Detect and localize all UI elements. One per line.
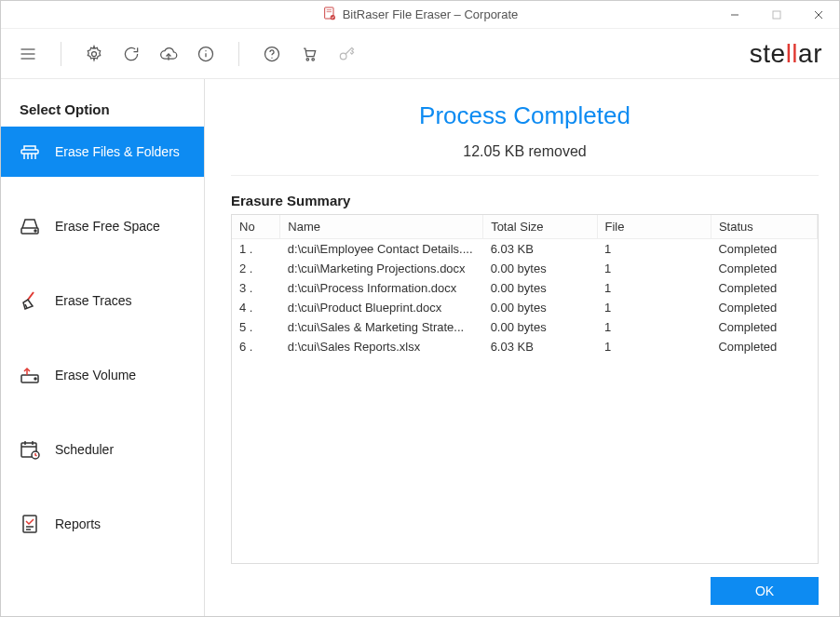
process-headline: Process Completed bbox=[231, 101, 819, 130]
svg-rect-5 bbox=[773, 11, 780, 19]
cell-file: 1 bbox=[597, 337, 711, 356]
cell-file: 1 bbox=[597, 317, 711, 337]
cell-name: d:\cui\Marketing Projections.docx bbox=[280, 259, 483, 278]
info-icon[interactable] bbox=[196, 44, 216, 64]
cell-name: d:\cui\Process Information.docx bbox=[280, 278, 483, 298]
cart-icon[interactable] bbox=[299, 44, 319, 64]
sidebar-item-label: Reports bbox=[55, 516, 101, 531]
table-row[interactable]: 6 .d:\cui\Sales Reports.xlsx6.03 KB1Comp… bbox=[232, 337, 818, 356]
report-icon bbox=[18, 512, 42, 536]
col-name[interactable]: Name bbox=[280, 215, 483, 239]
table-row[interactable]: 3 .d:\cui\Process Information.docx0.00 b… bbox=[232, 278, 818, 298]
sidebar-item-reports[interactable]: Reports bbox=[1, 499, 204, 549]
svg-line-28 bbox=[28, 292, 34, 300]
cell-no: 1 . bbox=[232, 239, 280, 260]
table-row[interactable]: 2 .d:\cui\Marketing Projections.docx0.00… bbox=[232, 259, 818, 278]
sidebar-item-erase-traces[interactable]: Erase Traces bbox=[1, 275, 204, 326]
cell-size: 6.03 KB bbox=[483, 337, 597, 356]
cell-size: 0.00 bytes bbox=[483, 259, 597, 278]
sidebar-item-erase-files-folders[interactable]: Erase Files & Folders bbox=[1, 127, 204, 177]
cell-name: d:\cui\Sales & Marketing Strate... bbox=[280, 317, 483, 337]
cell-file: 1 bbox=[597, 259, 711, 278]
cell-size: 0.00 bytes bbox=[483, 298, 597, 317]
cell-size: 6.03 KB bbox=[483, 239, 597, 260]
sidebar: Select Option Erase Files & Folders Eras… bbox=[1, 79, 205, 616]
cloud-upload-icon[interactable] bbox=[158, 44, 179, 64]
cell-size: 0.00 bytes bbox=[483, 278, 597, 298]
col-size[interactable]: Total Size bbox=[483, 215, 597, 239]
main-panel: Process Completed 12.05 KB removed Erasu… bbox=[205, 79, 839, 616]
toolbar-divider bbox=[61, 42, 61, 66]
cell-no: 3 . bbox=[232, 278, 280, 298]
col-status[interactable]: Status bbox=[711, 215, 817, 239]
app-icon bbox=[322, 6, 337, 23]
cell-status: Completed bbox=[711, 298, 817, 317]
sidebar-item-label: Scheduler bbox=[55, 442, 114, 457]
cell-name: d:\cui\Sales Reports.xlsx bbox=[280, 337, 483, 356]
cell-no: 2 . bbox=[232, 259, 280, 278]
cell-status: Completed bbox=[711, 278, 817, 298]
cell-name: d:\cui\Employee Contact Details.... bbox=[280, 239, 483, 260]
col-no[interactable]: No bbox=[232, 215, 280, 239]
cell-status: Completed bbox=[711, 239, 817, 260]
drive-icon bbox=[18, 214, 42, 238]
shredder-icon bbox=[18, 140, 42, 164]
key-icon[interactable] bbox=[336, 44, 357, 64]
window-titlebar: BitRaser File Eraser – Corporate bbox=[1, 1, 839, 29]
window-minimize[interactable] bbox=[713, 1, 755, 29]
help-icon[interactable] bbox=[262, 44, 282, 64]
refresh-icon[interactable] bbox=[121, 44, 142, 64]
svg-point-20 bbox=[340, 53, 346, 60]
sidebar-item-scheduler[interactable]: Scheduler bbox=[1, 424, 204, 475]
summary-table: No Name Total Size File Status 1 .d:\cui… bbox=[231, 214, 819, 564]
separator bbox=[231, 175, 819, 176]
title-center: BitRaser File Eraser – Corporate bbox=[127, 6, 713, 23]
sidebar-item-erase-free-space[interactable]: Erase Free Space bbox=[1, 201, 204, 251]
svg-point-17 bbox=[271, 57, 272, 58]
cell-size: 0.00 bytes bbox=[483, 317, 597, 337]
sidebar-item-label: Erase Traces bbox=[55, 293, 131, 308]
cell-file: 1 bbox=[597, 278, 711, 298]
window-maximize[interactable] bbox=[755, 1, 797, 29]
cell-file: 1 bbox=[597, 239, 711, 260]
window-close[interactable] bbox=[797, 1, 839, 29]
table-row[interactable]: 5 .d:\cui\Sales & Marketing Strate...0.0… bbox=[232, 317, 818, 337]
sidebar-item-label: Erase Free Space bbox=[55, 219, 160, 234]
sidebar-item-erase-volume[interactable]: Erase Volume bbox=[1, 350, 204, 400]
sidebar-heading: Select Option bbox=[1, 88, 204, 127]
table-row[interactable]: 1 .d:\cui\Employee Contact Details....6.… bbox=[232, 239, 818, 260]
drive-erase-icon bbox=[18, 363, 42, 387]
cell-status: Completed bbox=[711, 259, 817, 278]
svg-point-19 bbox=[312, 58, 315, 60]
gear-icon[interactable] bbox=[84, 44, 104, 64]
brand-logo: stellar bbox=[750, 39, 822, 69]
svg-point-15 bbox=[205, 50, 206, 51]
calendar-clock-icon bbox=[18, 437, 42, 462]
window-title: BitRaser File Eraser – Corporate bbox=[343, 7, 519, 21]
toolbar-divider bbox=[238, 42, 239, 66]
toolbar: stellar bbox=[1, 29, 839, 79]
ok-button[interactable]: OK bbox=[711, 577, 819, 605]
svg-point-11 bbox=[92, 51, 97, 56]
col-file[interactable]: File bbox=[597, 215, 711, 239]
table-row[interactable]: 4 .d:\cui\Product Blueprint.docx0.00 byt… bbox=[232, 298, 818, 317]
sidebar-item-label: Erase Volume bbox=[55, 368, 136, 382]
sidebar-item-label: Erase Files & Folders bbox=[55, 144, 180, 159]
hamburger-menu-icon[interactable] bbox=[18, 44, 38, 64]
cell-status: Completed bbox=[711, 317, 817, 337]
svg-point-18 bbox=[306, 58, 309, 60]
cell-file: 1 bbox=[597, 298, 711, 317]
cell-status: Completed bbox=[711, 337, 817, 356]
svg-point-31 bbox=[34, 378, 36, 380]
cell-no: 4 . bbox=[232, 298, 280, 317]
svg-point-27 bbox=[34, 230, 36, 232]
summary-title: Erasure Summary bbox=[231, 193, 819, 208]
cell-no: 5 . bbox=[232, 317, 280, 337]
cell-name: d:\cui\Product Blueprint.docx bbox=[280, 298, 483, 317]
broom-icon bbox=[18, 288, 42, 313]
cell-no: 6 . bbox=[232, 337, 280, 356]
svg-rect-21 bbox=[21, 150, 38, 154]
process-subhead: 12.05 KB removed bbox=[231, 143, 819, 160]
